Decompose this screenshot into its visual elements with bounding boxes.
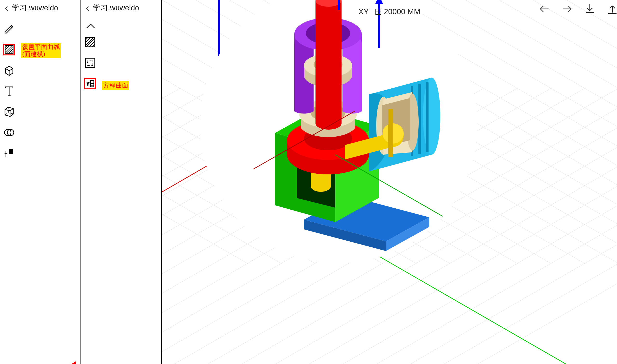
- panel1-tools: 覆盖平面曲线 (面建模): [0, 16, 80, 159]
- align-icon[interactable]: [3, 147, 15, 159]
- nav-back-icon[interactable]: [538, 3, 551, 16]
- breadcrumb-2: 学习.wuweido: [93, 3, 139, 13]
- grid-size-icon: [375, 8, 382, 15]
- svg-rect-3: [9, 149, 12, 154]
- nav-forward-icon[interactable]: [561, 3, 573, 16]
- svg-point-75: [423, 78, 440, 155]
- text-tool-icon[interactable]: [3, 85, 15, 97]
- annotation-cover-curve: 覆盖平面曲线 (面建模): [21, 43, 61, 58]
- download-icon[interactable]: [584, 3, 596, 16]
- annotation-equation-surface: 方程曲面: [102, 81, 129, 90]
- dotted-square-icon[interactable]: [84, 57, 96, 69]
- hatch-square-icon[interactable]: [84, 36, 96, 48]
- viewport-3d[interactable]: XY 20000 MM: [162, 0, 617, 364]
- status-bar: XY 20000 MM: [358, 7, 420, 16]
- back-chevron-icon[interactable]: ‹: [86, 3, 89, 13]
- svg-rect-7: [88, 60, 93, 66]
- panel2-tools: 方程曲面: [81, 32, 161, 89]
- upload-icon[interactable]: [606, 3, 617, 16]
- status-grid-value: 20000 MM: [384, 7, 420, 16]
- red-arrowhead-icon: [0, 353, 8, 364]
- svg-marker-9: [70, 361, 76, 364]
- red-cylinder: [315, 0, 341, 130]
- boolean-icon[interactable]: [3, 127, 15, 138]
- toolbox-panel-1: ‹ 学习.wuweido 覆盖平面曲线 (面建模): [0, 0, 81, 364]
- svg-rect-6: [86, 58, 95, 67]
- status-plane: XY: [358, 7, 368, 16]
- toolbox-panel-2: ‹ 学习.wuweido 方程曲面: [81, 0, 162, 364]
- top-nav: [538, 3, 615, 16]
- app-root: ‹ 学习.wuweido 覆盖平面曲线 (面建模): [0, 0, 617, 364]
- function-surface-icon[interactable]: 方程曲面: [84, 78, 96, 89]
- back-chevron-icon[interactable]: ‹: [5, 3, 8, 13]
- panel2-header: ‹ 学习.wuweido: [81, 0, 161, 16]
- svg-line-55: [162, 88, 181, 364]
- cube-icon[interactable]: [3, 65, 15, 76]
- breadcrumb-1: 学习.wuweido: [12, 3, 58, 13]
- red-arrowhead-icon: [70, 353, 89, 364]
- panel1-header: ‹ 学习.wuweido: [0, 0, 80, 16]
- collapse-up-icon[interactable]: [81, 16, 161, 32]
- hatch-square-icon[interactable]: 覆盖平面曲线 (面建模): [3, 44, 15, 55]
- annot-line1: 覆盖平面曲线: [22, 43, 60, 50]
- wire-cube-icon[interactable]: [3, 106, 15, 117]
- annot-line2: (面建模): [22, 50, 45, 58]
- pencil-icon[interactable]: [3, 23, 15, 35]
